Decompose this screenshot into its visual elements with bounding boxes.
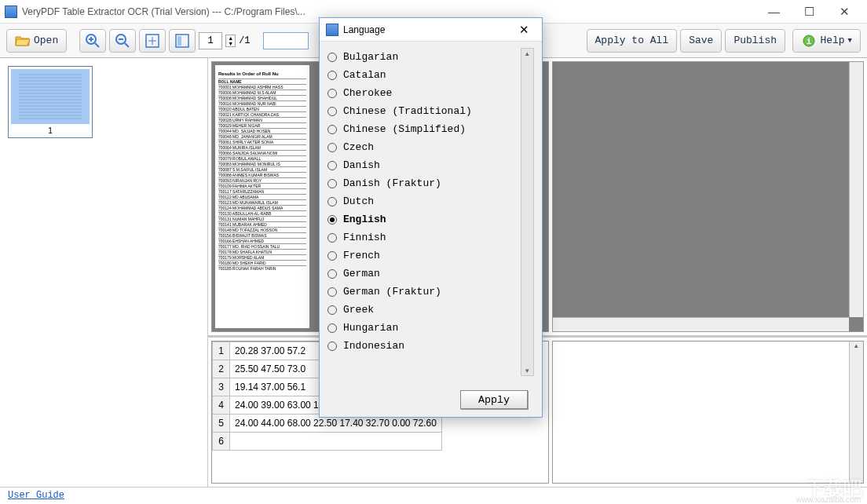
help-button[interactable]: i Help ▼ (792, 29, 861, 53)
language-option[interactable]: Danish (327, 156, 534, 174)
doc-row: 700083 MOHAMMAD MONIRUL IS (218, 161, 306, 166)
layout-button[interactable] (169, 29, 196, 53)
radio-icon (327, 305, 337, 315)
row-header: 1 (213, 342, 230, 360)
doc-row: 700178 MD SHAFLA KHATUN (218, 249, 306, 254)
language-option[interactable]: Finnish (327, 228, 534, 247)
language-label: Greek (343, 304, 374, 316)
doc-row: 700093 NIRANJAN ROY (218, 177, 306, 183)
language-option[interactable]: Danish (Fraktur) (327, 174, 534, 192)
radio-icon (327, 161, 337, 170)
value-input[interactable] (263, 32, 309, 49)
page-number-input[interactable] (199, 32, 222, 49)
dialog-title-bar[interactable]: Language ✕ (320, 18, 542, 42)
language-option[interactable]: French (327, 247, 534, 265)
radio-icon (327, 251, 337, 261)
radio-icon (327, 89, 337, 98)
language-label: German (Fraktur) (343, 286, 441, 298)
grid-vertical-scrollbar[interactable] (849, 341, 863, 483)
doc-row: 700124 MOHAMMAD ABDUS SAMA (218, 205, 306, 210)
doc-row: 700061 SHIRLY AKTER SONIA (218, 139, 306, 144)
language-option[interactable]: Czech (327, 138, 534, 156)
document-page: Results In Order of Roll Nu ROLL NAME 70… (215, 65, 309, 328)
close-button[interactable]: ✕ (827, 1, 862, 23)
doc-row: 700028 URMY RAHMAN (218, 117, 306, 122)
dialog-close-button[interactable]: ✕ (512, 23, 536, 37)
page-down-spinner[interactable]: ▼ (226, 41, 235, 46)
page-up-spinner[interactable]: ▲ (226, 35, 235, 41)
language-label: Dutch (343, 195, 374, 207)
row-header: 6 (213, 433, 230, 451)
data-grid-secondary (552, 341, 864, 484)
dialog-scrollbar[interactable] (521, 48, 534, 376)
doc-row: 700088 ANIMES KUMAR BISWAS (218, 172, 306, 177)
language-option[interactable]: Indonesian (327, 337, 534, 355)
doc-row: 700048 MD. JAHANGIR ALAM (218, 133, 306, 139)
radio-icon (327, 53, 337, 62)
doc-row: 700123 MD MUNAWARUL ISLAM (218, 199, 306, 205)
maximize-button[interactable]: ☐ (792, 1, 827, 23)
publish-label: Publish (733, 35, 777, 46)
table-row[interactable]: 6 (213, 433, 442, 451)
language-option[interactable]: English (327, 210, 534, 228)
doc-heading: Results In Order of Roll Nu (218, 71, 306, 76)
language-option[interactable]: Chinese (Traditional) (327, 102, 534, 120)
radio-icon (327, 323, 337, 333)
language-label: Czech (343, 141, 374, 153)
language-option[interactable]: Hungarian (327, 319, 534, 337)
language-label: German (343, 268, 380, 279)
language-label: English (343, 214, 386, 225)
language-option[interactable]: Greek (327, 301, 534, 319)
language-option[interactable]: Chinese (Simplified) (327, 120, 534, 138)
language-label: Finnish (343, 232, 386, 243)
dialog-app-icon (326, 24, 338, 36)
zoom-out-button[interactable] (109, 29, 136, 53)
language-label: Danish (Fraktur) (343, 177, 441, 189)
radio-icon (327, 197, 337, 206)
doc-row: 700141 MUBARAK AHMED (218, 221, 306, 227)
fit-icon (144, 33, 160, 49)
layout-icon (174, 33, 190, 49)
doc-row: 700021 KARTICK CHANDRA DAS (218, 111, 306, 117)
doc-row: 700156 BISWAJIT BISWAS (218, 232, 306, 238)
zoom-in-button[interactable] (79, 29, 106, 53)
radio-icon (327, 287, 337, 297)
app-icon (5, 5, 17, 18)
save-button[interactable]: Save (680, 29, 722, 53)
user-guide-link[interactable]: User Guide (8, 490, 64, 501)
page-thumbnail[interactable]: 1 (8, 66, 93, 138)
doc-header-row: ROLL NAME (218, 79, 306, 84)
svg-line-1 (95, 43, 99, 47)
language-label: Chinese (Simplified) (343, 123, 466, 135)
language-option[interactable]: Bulgarian (327, 48, 534, 66)
folder-open-icon (15, 33, 31, 49)
thumbnail-image (11, 69, 90, 124)
publish-button[interactable]: Publish (725, 29, 785, 53)
preview-horizontal-scrollbar[interactable] (553, 317, 849, 331)
language-option[interactable]: Catalan (327, 66, 534, 84)
radio-icon (327, 341, 337, 351)
doc-row: 700185 ROUNAK FARAH TARIN (218, 265, 306, 271)
minimize-button[interactable]: — (756, 1, 792, 23)
preview-vertical-scrollbar[interactable] (849, 62, 863, 317)
dialog-apply-button[interactable]: Apply (460, 390, 528, 409)
language-label: Bulgarian (343, 51, 398, 63)
radio-icon (327, 215, 337, 225)
language-option[interactable]: German (Fraktur) (327, 283, 534, 301)
window-title: VeryPDF Table Extractor OCR (Trial Versi… (22, 6, 756, 17)
open-button[interactable]: Open (6, 29, 67, 53)
doc-row: 700148 MD TOFAZZAL HOSSON (218, 227, 306, 232)
radio-icon (327, 143, 337, 152)
doc-row: 700087 S.M.SAIFUL ISLAM (218, 166, 306, 172)
preview-panel (552, 61, 864, 332)
fit-button[interactable] (139, 29, 166, 53)
doc-row: 700166 EHSHAN AHMED (218, 238, 306, 243)
doc-row: 700117 SATARUZZAMAN (218, 188, 306, 194)
language-option[interactable]: Dutch (327, 192, 534, 210)
language-option[interactable]: Cherokee (327, 84, 534, 102)
doc-row: 700016 MOHAMMAD NUR NABI (218, 100, 306, 106)
row-cell[interactable] (230, 433, 442, 451)
apply-all-button[interactable]: Apply to All (587, 29, 678, 53)
language-option[interactable]: German (327, 265, 534, 283)
chevron-down-icon: ▼ (848, 37, 852, 45)
